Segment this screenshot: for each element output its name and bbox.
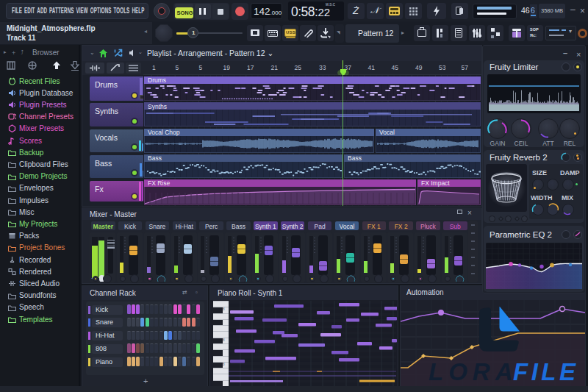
- svg-text:LORA: LORA: [429, 358, 518, 385]
- svg-text:FILE: FILE: [513, 358, 579, 385]
